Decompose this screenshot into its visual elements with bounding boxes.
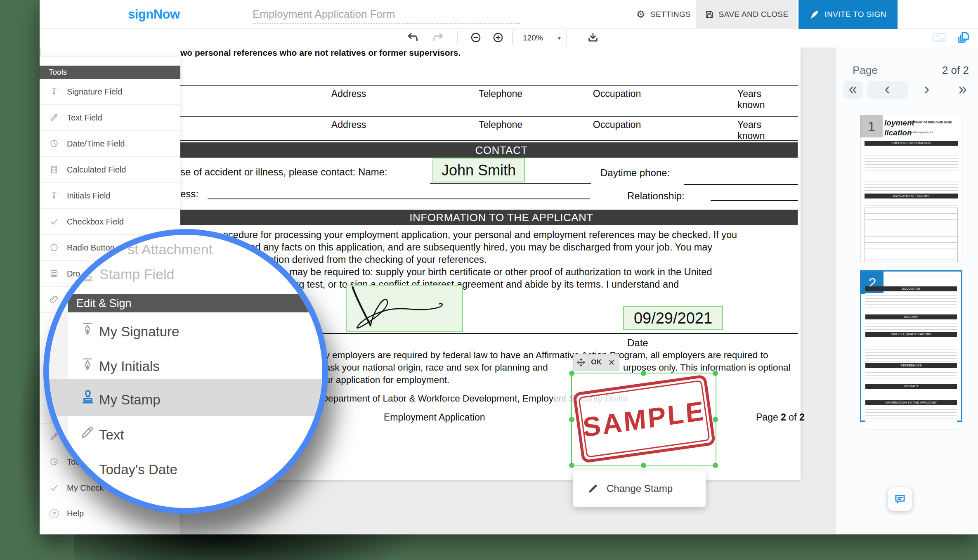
sidebar-item-label: Checkbox Field — [67, 217, 124, 227]
sidebar-item-text-field[interactable]: Text Field — [40, 105, 180, 131]
document-title-field[interactable]: Employment Application Form — [253, 6, 520, 24]
pen-nib-icon — [80, 357, 95, 374]
download-button[interactable] — [586, 31, 600, 45]
separator — [68, 349, 328, 349]
next-page-button[interactable] — [917, 81, 936, 99]
settings-button[interactable]: ⚙ SETTINGS — [626, 0, 702, 29]
magnified-my-stamp[interactable]: My Stamp — [99, 392, 161, 408]
resize-handle[interactable] — [569, 371, 574, 376]
redo-button[interactable] — [431, 31, 445, 45]
radio-circle-icon — [49, 243, 59, 252]
sidebar-item-label: Text Field — [67, 113, 102, 123]
column-occupation: Occupation — [593, 88, 641, 99]
sidebar-item-datetime-field[interactable]: Date/Time Field — [40, 131, 180, 157]
ok-button[interactable]: OK — [588, 354, 604, 371]
resize-handle[interactable] — [569, 417, 574, 422]
merge-fields-icon[interactable] — [929, 31, 949, 45]
page-thumbnail-2-selected[interactable]: 2 EDUCATION MILITARY SKILLS & QUALIFICAT… — [860, 270, 962, 422]
resize-handle[interactable] — [713, 463, 718, 468]
column-years-known: Years known — [737, 119, 780, 142]
resize-handle[interactable] — [713, 417, 718, 422]
references-line: wo personal references who are not relat… — [180, 48, 461, 58]
close-icon[interactable]: ✕ — [604, 354, 619, 371]
pages-copy-icon[interactable] — [957, 31, 971, 45]
save-and-close-button[interactable]: SAVE AND CLOSE — [696, 0, 797, 29]
daytime-phone-label: Daytime phone: — [600, 167, 670, 179]
thumbnail-line — [885, 276, 957, 276]
magnified-text[interactable]: Text — [99, 427, 124, 443]
sample-stamp[interactable]: SAMPLE — [573, 374, 716, 463]
thumb1-section-bar: EMPLOYEE INFORMATION EMPLOYMENT HISTORY — [860, 141, 962, 264]
resize-handle[interactable] — [641, 371, 646, 376]
desktop-background: signNow Employment Application Form ⚙ SE… — [0, 0, 978, 560]
chevron-down-icon: ▾ — [558, 34, 561, 42]
stamp-icon — [80, 388, 96, 406]
thumbnail-lines — [865, 338, 957, 362]
page-count: 2 of 2 — [942, 64, 969, 77]
magnified-my-initials[interactable]: My Initials — [99, 359, 160, 374]
invite-to-sign-button[interactable]: INVITE TO SIGN — [798, 0, 898, 29]
column-address: Address — [331, 88, 366, 99]
previous-page-button[interactable] — [867, 81, 908, 99]
name-field-filled[interactable]: John Smith — [432, 158, 525, 182]
top-header: signNow Employment Application Form ⚙ SE… — [40, 0, 978, 29]
move-handle[interactable] — [573, 354, 589, 371]
page-1-badge: 1 — [860, 115, 883, 137]
clock-icon — [49, 457, 59, 466]
calculator-icon — [49, 165, 59, 174]
column-telephone: Telephone — [479, 119, 522, 130]
signature-scribble — [347, 286, 462, 331]
settings-label: SETTINGS — [650, 10, 691, 19]
toolbar-divider — [457, 31, 458, 44]
column-occupation: Occupation — [593, 119, 641, 130]
thumbnail-lines — [865, 407, 957, 431]
magnified-my-signature[interactable]: My Signature — [99, 324, 179, 340]
support-chat-button[interactable] — [888, 487, 912, 511]
column-address: Address — [331, 119, 366, 130]
change-stamp-button[interactable]: Change Stamp — [573, 470, 706, 507]
department-line-black: laska Department of Labor & Workforce De… — [297, 393, 553, 404]
clock-icon — [49, 139, 59, 148]
thumbnail-lines — [865, 370, 957, 382]
sidebar-item-checkbox-field[interactable]: Checkbox Field — [40, 209, 180, 235]
pen-nib-icon — [49, 87, 59, 96]
checkmark-icon — [49, 217, 59, 226]
date-field-filled[interactable]: 09/29/2021 — [623, 306, 723, 330]
zoom-level-select[interactable]: 120% ▾ — [513, 30, 567, 46]
magnified-todays-date[interactable]: Today's Date — [99, 462, 177, 477]
paragraph-line: r omitted any facts on this application,… — [223, 242, 712, 253]
thumb1-title-fragment: lication — [884, 128, 912, 137]
sidebar-item-signature-field[interactable]: Signature Field — [40, 79, 180, 105]
dropdown-list-icon — [49, 269, 59, 278]
thumbnail-lines — [865, 390, 957, 399]
zoom-out-button[interactable] — [469, 31, 483, 45]
zoom-in-button[interactable] — [491, 31, 505, 45]
footer-page-prefix: Page — [756, 412, 781, 423]
name-value: John Smith — [442, 162, 516, 179]
sidebar-item-label: My Check — [67, 483, 104, 493]
toolbar-divider — [577, 31, 577, 44]
pages-panel: Page 2 of 2 1 loyment lication COMPANY O… — [836, 47, 978, 534]
resize-handle[interactable] — [641, 463, 646, 468]
eeo-line: d may ask your national origin, race and… — [297, 362, 548, 373]
resize-handle[interactable] — [569, 463, 574, 468]
feather-icon — [810, 9, 820, 19]
page-thumbnail-1[interactable]: 1 loyment lication COMPANY OR EMPLOYER N… — [860, 115, 962, 262]
first-page-button[interactable] — [843, 81, 862, 99]
signature-field-filled[interactable] — [346, 285, 463, 332]
resize-handle[interactable] — [713, 371, 718, 376]
edit-and-sign-header: Edit & Sign — [68, 294, 328, 312]
last-page-button[interactable] — [953, 81, 972, 99]
magnifier-circle: st Attachment Stamp Field Edit & Sign My… — [43, 229, 328, 514]
pencil-icon — [588, 483, 598, 494]
undo-button[interactable] — [406, 31, 420, 45]
address-underline — [208, 198, 590, 199]
stamp-selection-box[interactable]: SAMPLE — [571, 373, 716, 466]
thumb2-sections: EDUCATION MILITARY SKILLS & QUALIFICATIO… — [861, 286, 961, 432]
save-and-close-label: SAVE AND CLOSE — [719, 10, 789, 19]
pencil-icon — [49, 113, 59, 122]
sidebar-item-initials-field[interactable]: Initials Field — [40, 183, 180, 209]
pages-panel-label: Page — [853, 64, 878, 77]
sidebar-item-label: Dro — [67, 269, 80, 279]
sidebar-item-calculated-field[interactable]: Calculated Field — [40, 157, 180, 183]
